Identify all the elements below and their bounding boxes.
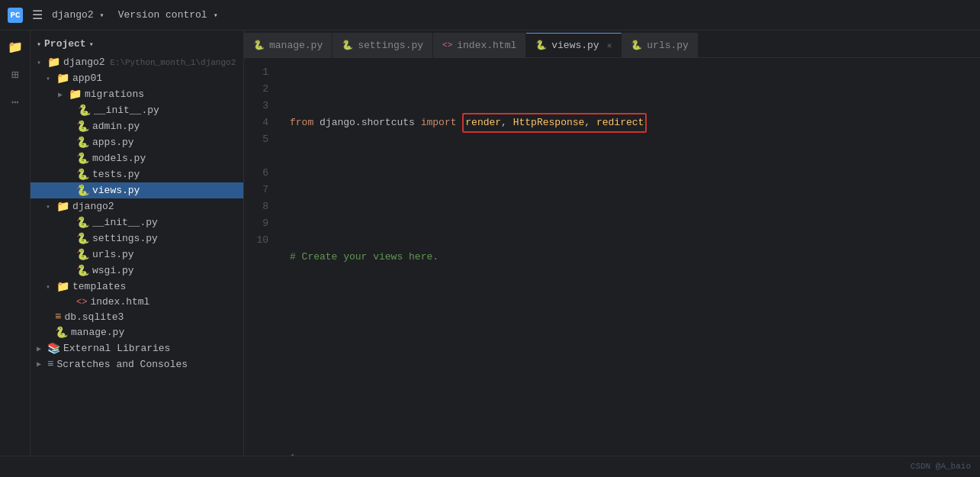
tree-item-app01[interactable]: ▾ 📁 app01 — [31, 70, 243, 86]
tree-label: app01 — [72, 73, 102, 84]
attribution: CSDN @A_baio — [911, 462, 971, 471]
tree-item-django2-sub[interactable]: ▾ 📁 django2 — [31, 198, 243, 214]
tree-item-tests[interactable]: 🐍 tests.py — [31, 166, 243, 182]
tree-label: views.py — [92, 185, 140, 196]
structure-icon[interactable]: ⊞ — [5, 64, 26, 85]
folder-icon: 📁 — [56, 280, 69, 293]
tab-views[interactable]: 🐍 views.py ✕ — [526, 33, 622, 57]
project-header-arrow: ▾ — [89, 40, 94, 49]
line-num-2: 2 — [244, 81, 275, 98]
line-num-usage — [244, 148, 275, 165]
tree-label: apps.py — [92, 137, 134, 148]
line-num-10: 10 — [244, 232, 275, 249]
code-editor[interactable]: 1 2 3 4 5 6 7 8 9 10 from django.shortcu… — [244, 58, 980, 456]
tree-arrow: ▾ — [46, 74, 55, 83]
tree-item-django2-root[interactable]: ▾ 📁 django2 E:\Python_month_1\django2 — [31, 54, 243, 70]
import-redirect: redirect — [596, 117, 644, 128]
tree-item-init-django2[interactable]: 🐍 __init__.py — [31, 214, 243, 230]
tree-item-db[interactable]: ≡ db.sqlite3 — [31, 309, 243, 324]
tab-label: views.py — [551, 40, 599, 51]
app-icon: PC — [8, 8, 23, 23]
tree-item-templates[interactable]: ▾ 📁 templates — [31, 279, 243, 295]
tree-item-models[interactable]: 🐍 models.py — [31, 150, 243, 166]
code-line-5 — [290, 383, 974, 400]
tree-item-migrations[interactable]: ▶ 📁 migrations — [31, 86, 243, 102]
tab-label: manage.py — [269, 40, 323, 51]
tree-label: wsgi.py — [92, 265, 134, 276]
more-icon[interactable]: ⋯ — [5, 92, 26, 113]
main-area: 📁 ⊞ ⋯ ▾ Project ▾ ▾ 📁 django2 E:\Python_… — [0, 31, 980, 456]
tree-suffix: E:\Python_month_1\django2 — [105, 58, 236, 67]
python-icon: 🐍 — [76, 168, 89, 181]
tree-item-scratches[interactable]: ▶ ≡ Scratches and Consoles — [31, 356, 243, 372]
tab-close-button[interactable]: ✕ — [607, 40, 612, 50]
code-line-3: # Create your views here. — [290, 249, 974, 266]
python-icon: 🐍 — [76, 184, 89, 197]
libs-icon: 📚 — [47, 342, 60, 355]
project-name[interactable]: django2 — [52, 9, 94, 21]
folder-icon[interactable]: 📁 — [5, 37, 26, 58]
tree-label: tests.py — [92, 169, 140, 180]
editor-inner: 1 2 3 4 5 6 7 8 9 10 from django.shortcu… — [244, 58, 980, 456]
project-label: Project — [44, 38, 86, 50]
line-num-9: 9 — [244, 215, 275, 232]
tree-item-views[interactable]: 🐍 views.py — [31, 182, 243, 198]
keyword-from: from — [290, 114, 313, 131]
project-dropdown-icon[interactable]: ▾ — [100, 11, 104, 20]
code-lines: from django.shortcuts import render, Htt… — [281, 58, 980, 456]
tree-arrow: ▾ — [46, 282, 55, 292]
python-icon: 🐍 — [76, 248, 89, 261]
module-name: django.shortcuts — [320, 114, 415, 131]
python-icon: 🐍 — [342, 40, 353, 51]
tree-label: manage.py — [71, 327, 124, 338]
tree-item-manage[interactable]: 🐍 manage.py — [31, 324, 243, 340]
project-header[interactable]: ▾ Project ▾ — [31, 34, 243, 54]
tab-index-html[interactable]: <> index.html — [433, 33, 526, 57]
tab-settings[interactable]: 🐍 settings.py — [333, 33, 433, 57]
tree-item-apps[interactable]: 🐍 apps.py — [31, 134, 243, 150]
project-arrow: ▾ — [37, 40, 41, 49]
editor-area: 🐍 manage.py 🐍 settings.py <> index.html … — [244, 31, 980, 456]
tab-label: settings.py — [358, 40, 423, 51]
tree-item-urls[interactable]: 🐍 urls.py — [31, 247, 243, 263]
tab-urls[interactable]: 🐍 urls.py — [622, 33, 699, 57]
python-icon: 🐍 — [76, 152, 89, 165]
line-numbers: 1 2 3 4 5 6 7 8 9 10 — [244, 58, 281, 456]
tree-item-index-html[interactable]: <> index.html — [31, 295, 243, 309]
line-num-6: 6 — [244, 165, 275, 182]
tab-bar: 🐍 manage.py 🐍 settings.py <> index.html … — [244, 31, 980, 58]
tree-item-settings[interactable]: 🐍 settings.py — [31, 230, 243, 247]
html-icon: <> — [442, 40, 452, 50]
space — [415, 114, 421, 131]
import-httpresponse: HttpResponse — [513, 117, 585, 128]
tree-arrow: ▶ — [37, 359, 46, 369]
sidebar-icon-bar: 📁 ⊞ ⋯ — [0, 31, 31, 456]
tree-item-admin[interactable]: 🐍 admin.py — [31, 118, 243, 134]
tab-manage[interactable]: 🐍 manage.py — [244, 33, 333, 57]
python-icon: 🐍 — [631, 40, 642, 51]
tree-label: models.py — [92, 153, 146, 164]
tree-arrow: ▶ — [58, 90, 67, 99]
scratches-icon: ≡ — [47, 358, 53, 370]
version-control-button[interactable]: Version control — [118, 9, 207, 21]
import-highlight-box: render, HttpResponse, redirect — [462, 113, 647, 133]
code-line-1: from django.shortcuts import render, Htt… — [290, 114, 974, 131]
line-num-3: 3 — [244, 98, 275, 114]
tree-label: django2 — [63, 56, 105, 68]
line-num-1: 1 — [244, 64, 275, 81]
space — [313, 114, 320, 131]
tree-label: admin.py — [92, 121, 140, 132]
version-control-dropdown-icon[interactable]: ▾ — [214, 11, 218, 20]
usage-hint: 1 usage — [290, 450, 974, 456]
tree-item-init-app01[interactable]: 🐍 __init__.py — [31, 102, 243, 118]
tree-label: __init__.py — [92, 217, 158, 228]
hamburger-button[interactable]: ☰ — [29, 6, 46, 24]
tree-label: __init__.py — [94, 105, 159, 116]
tree-label: index.html — [90, 296, 149, 308]
line-num-5: 5 — [244, 131, 275, 148]
python-icon: 🐍 — [78, 104, 91, 117]
tree-label: db.sqlite3 — [64, 311, 124, 323]
tree-item-external-libs[interactable]: ▶ 📚 External Libraries — [31, 340, 243, 356]
tree-item-wsgi[interactable]: 🐍 wsgi.py — [31, 263, 243, 279]
python-icon: 🐍 — [76, 232, 89, 245]
